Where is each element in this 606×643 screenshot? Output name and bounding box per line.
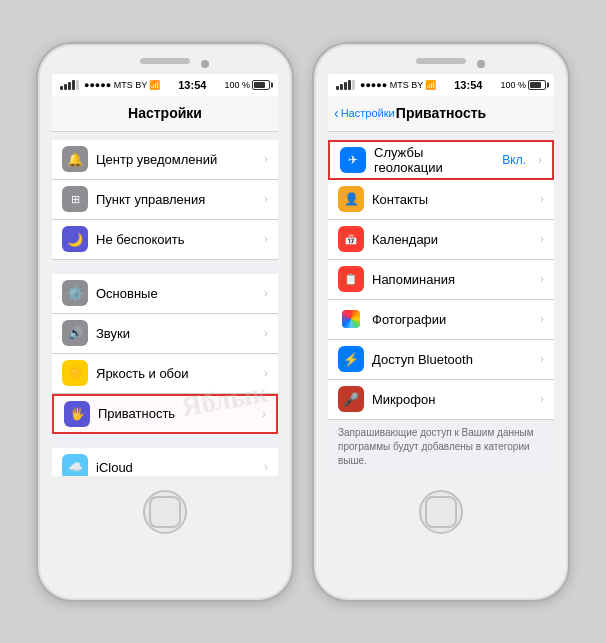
section-2-general: ⚙️ Основные › 🔊 Звуки › ☀️ [52, 260, 278, 434]
row-sounds[interactable]: 🔊 Звуки › [52, 314, 278, 354]
bar4 [72, 80, 75, 90]
time-1: 13:54 [178, 79, 206, 91]
sounds-label: Звуки [96, 326, 256, 341]
privacy-icon: 🖐 [64, 401, 90, 427]
home-button-inner-1 [149, 496, 181, 528]
signal-bars-1 [60, 80, 79, 90]
phone-speaker-1 [140, 58, 190, 64]
battery-text-1: 100 % [224, 80, 250, 90]
section-gap-2 [52, 260, 278, 274]
row-reminders[interactable]: 📋 Напоминания › [328, 260, 554, 300]
phone-camera-1 [201, 60, 209, 68]
bluetooth-label: Доступ Bluetooth [372, 352, 532, 367]
general-icon: ⚙️ [62, 280, 88, 306]
microphone-label: Микрофон [372, 392, 532, 407]
privacy-description: Запрашивающие доступ к Вашим данным прог… [328, 420, 554, 474]
status-right-1: 100 % [224, 80, 270, 90]
privacy-list: ✈ Службы геолокации Вкл. › 👤 Контакты › [328, 132, 554, 476]
nav-bar-2: ‹ Настройки Приватность [328, 96, 554, 132]
control-center-label: Пункт управления [96, 192, 256, 207]
row-do-not-disturb[interactable]: 🌙 Не беспокоить › [52, 220, 278, 260]
brightness-label: Яркость и обои [96, 366, 256, 381]
photos-label: Фотографии [372, 312, 532, 327]
home-button-1[interactable] [143, 490, 187, 534]
chevron-sounds: › [264, 326, 268, 340]
chevron-location: › [538, 153, 542, 167]
privacy-section-main: ✈ Службы геолокации Вкл. › 👤 Контакты › [328, 132, 554, 420]
sounds-icon: 🔊 [62, 320, 88, 346]
chevron-general: › [264, 286, 268, 300]
contacts-label: Контакты [372, 192, 532, 207]
nav-back-2[interactable]: ‹ Настройки [334, 105, 395, 121]
chevron-microphone: › [540, 392, 544, 406]
row-photos[interactable]: Фотографии › [328, 300, 554, 340]
calendar-icon: 📅 [338, 226, 364, 252]
bar4-2 [348, 80, 351, 90]
row-microphone[interactable]: 🎤 Микрофон › [328, 380, 554, 420]
chevron-dnd: › [264, 232, 268, 246]
status-right-2: 100 % [500, 80, 546, 90]
nav-title-1: Настройки [128, 105, 202, 121]
bar3 [68, 82, 71, 90]
battery-fill-2 [530, 82, 541, 88]
notifications-label: Центр уведомлений [96, 152, 256, 167]
row-icloud[interactable]: ☁️ iCloud › [52, 448, 278, 476]
row-contacts[interactable]: 👤 Контакты › [328, 180, 554, 220]
bar1 [60, 86, 63, 90]
settings-list-1: 🔔 Центр уведомлений › ⊞ Пункт управления… [52, 132, 278, 476]
phone-screen-2: ●●●●● MTS BY 📶 13:54 100 % ‹ Настройки П… [328, 74, 554, 476]
row-notifications[interactable]: 🔔 Центр уведомлений › [52, 140, 278, 180]
contacts-icon: 👤 [338, 186, 364, 212]
privacy-label: Приватность [98, 406, 254, 421]
carrier-1: ●●●●● MTS BY [84, 80, 147, 90]
notification-icon: 🔔 [62, 146, 88, 172]
chevron-calendar: › [540, 232, 544, 246]
reminders-icon: 📋 [338, 266, 364, 292]
nav-title-2: Приватность [396, 105, 486, 121]
control-center-icon: ⊞ [62, 186, 88, 212]
signal-bars-2 [336, 80, 355, 90]
location-icon: ✈ [340, 147, 366, 173]
section-1-notifications: 🔔 Центр уведомлений › ⊞ Пункт управления… [52, 132, 278, 260]
battery-text-2: 100 % [500, 80, 526, 90]
microphone-icon: 🎤 [338, 386, 364, 412]
social-gap [328, 474, 554, 476]
row-privacy[interactable]: 🖐 Приватность › [52, 394, 278, 434]
social-section: 🐦 Twitter › f Facebook › [328, 474, 554, 476]
wifi-icon-1: 📶 [149, 80, 160, 90]
nav-back-label-2: Настройки [341, 107, 395, 119]
section-gap-3 [52, 434, 278, 448]
bar5-2 [352, 80, 355, 90]
location-value: Вкл. [502, 153, 526, 167]
row-calendar[interactable]: 📅 Календари › [328, 220, 554, 260]
icloud-icon: ☁️ [62, 454, 88, 476]
phone-2: ●●●●● MTS BY 📶 13:54 100 % ‹ Настройки П… [312, 42, 570, 602]
row-location[interactable]: ✈ Службы геолокации Вкл. › [328, 140, 554, 180]
wifi-icon-2: 📶 [425, 80, 436, 90]
chevron-photos: › [540, 312, 544, 326]
row-bluetooth[interactable]: ⚡ Доступ Bluetooth › [328, 340, 554, 380]
dnd-icon: 🌙 [62, 226, 88, 252]
status-bar-2: ●●●●● MTS BY 📶 13:54 100 % [328, 74, 554, 96]
status-left-1: ●●●●● MTS BY 📶 [60, 80, 160, 90]
chevron-contacts: › [540, 192, 544, 206]
bar5 [76, 80, 79, 90]
row-control-center[interactable]: ⊞ Пункт управления › [52, 180, 278, 220]
row-general[interactable]: ⚙️ Основные › [52, 274, 278, 314]
phone-camera-2 [477, 60, 485, 68]
chevron-bluetooth: › [540, 352, 544, 366]
phone-speaker-2 [416, 58, 466, 64]
chevron-icloud: › [264, 460, 268, 474]
calendar-label: Календари [372, 232, 532, 247]
chevron-reminders: › [540, 272, 544, 286]
battery-fill-1 [254, 82, 265, 88]
bluetooth-icon: ⚡ [338, 346, 364, 372]
general-label: Основные [96, 286, 256, 301]
row-brightness[interactable]: ☀️ Яркость и обои › [52, 354, 278, 394]
home-button-2[interactable] [419, 490, 463, 534]
bar2-2 [340, 84, 343, 90]
carrier-2: ●●●●● MTS BY [360, 80, 423, 90]
icloud-label: iCloud [96, 460, 256, 475]
status-left-2: ●●●●● MTS BY 📶 [336, 80, 436, 90]
status-bar-1: ●●●●● MTS BY 📶 13:54 100 % [52, 74, 278, 96]
